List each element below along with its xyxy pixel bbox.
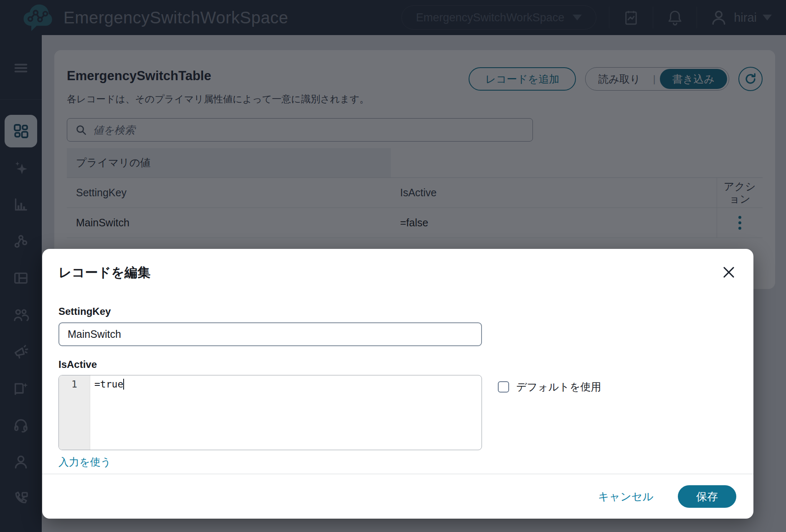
is-active-label: IsActive [58,359,737,370]
edit-record-modal: レコードを編集 SettingKey IsActive 1 =true デフ [42,249,753,519]
close-icon[interactable] [720,264,737,281]
text-cursor [123,379,124,390]
line-number: 1 [71,379,77,450]
setting-key-input[interactable] [58,322,482,346]
formula-input[interactable]: =true [90,375,482,450]
is-active-formula-editor[interactable]: 1 =true [58,375,482,450]
formula-value: =true [94,379,123,390]
setting-key-label: SettingKey [58,306,737,317]
use-default-label: デフォルトを使用 [516,380,601,394]
line-number-gutter: 1 [59,375,90,450]
save-button[interactable]: 保存 [678,485,736,508]
modal-title: レコードを編集 [58,264,150,281]
use-input-link[interactable]: 入力を使う [58,455,111,469]
cancel-button[interactable]: キャンセル [598,489,654,504]
modal-footer: キャンセル 保存 [42,474,753,519]
screen: EmergencySwitchWorkSpace EmergencySwitch… [0,0,786,532]
use-default-checkbox-group[interactable]: デフォルトを使用 [498,380,601,394]
use-default-checkbox[interactable] [498,381,509,393]
